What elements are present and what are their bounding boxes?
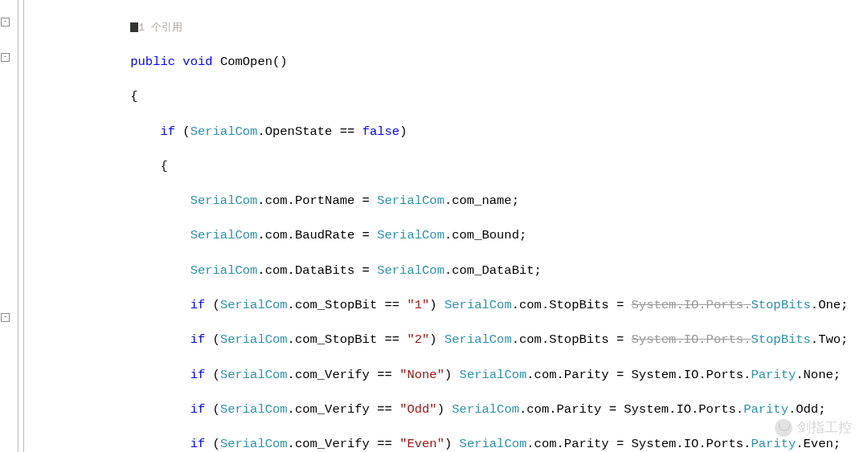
references-hint[interactable]: 1 个引用 (138, 22, 182, 34)
watermark: 剑指工控 (775, 418, 852, 438)
fold-toggle[interactable]: - (1, 313, 10, 322)
code-editor[interactable]: - - - 1 个引用 public void ComOpen() { if (… (0, 0, 868, 452)
keyword-public: public (130, 55, 175, 69)
watermark-text: 剑指工控 (797, 418, 852, 438)
fold-toggle[interactable]: - (1, 18, 10, 26)
keyword-void: void (182, 55, 212, 69)
method-name: ComOpen (220, 55, 272, 69)
keyword-if: if (160, 124, 175, 139)
fold-gutter: - - - (0, 0, 24, 452)
code-content[interactable]: 1 个引用 public void ComOpen() { if (Serial… (24, 0, 868, 452)
fold-toggle[interactable]: - (1, 53, 10, 62)
wechat-icon (775, 419, 792, 437)
